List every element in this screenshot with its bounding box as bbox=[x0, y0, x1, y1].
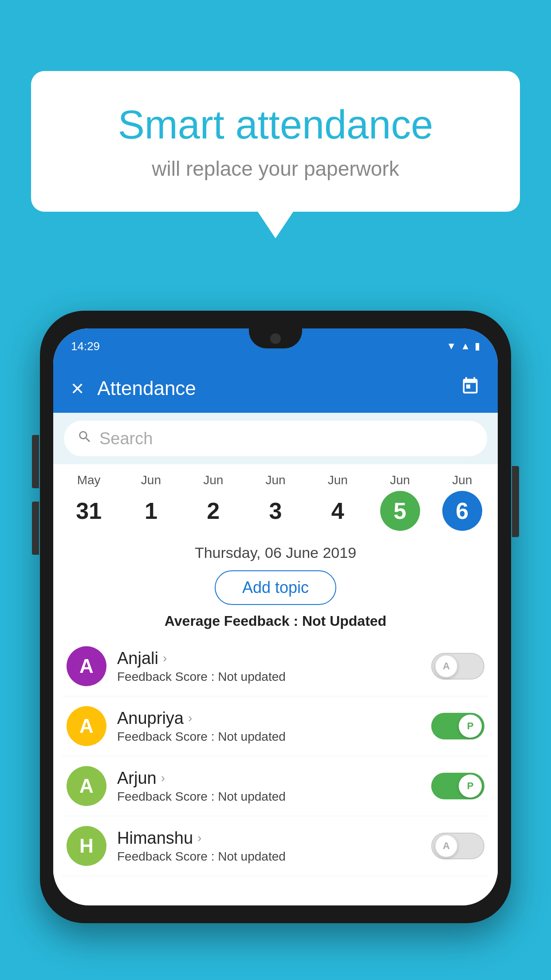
student-row-anupriya[interactable]: A Anupriya › Feedback Score : Not update… bbox=[62, 696, 489, 756]
cal-month-1: Jun bbox=[141, 473, 161, 487]
student-feedback-arjun: Feedback Score : Not updated bbox=[117, 790, 421, 804]
add-topic-section: Add topic bbox=[53, 567, 498, 613]
status-bar: 14:29 ▼ ▲ ▮ bbox=[53, 328, 498, 364]
cal-date-6: 6 bbox=[442, 491, 482, 531]
toggle-anjali[interactable]: A bbox=[431, 653, 484, 680]
cal-month-5: Jun bbox=[390, 473, 410, 487]
phone-screen: 14:29 ▼ ▲ ▮ × Attendance bbox=[53, 328, 498, 905]
status-time: 14:29 bbox=[71, 340, 100, 353]
search-section: Search bbox=[53, 413, 498, 464]
attendance-toggle-himanshu[interactable]: A bbox=[431, 833, 484, 859]
front-camera bbox=[270, 333, 281, 344]
search-placeholder: Search bbox=[99, 429, 153, 448]
chevron-icon-anjali: › bbox=[163, 651, 167, 665]
student-name-anupriya: Anupriya › bbox=[117, 709, 421, 728]
search-icon bbox=[77, 429, 92, 448]
avg-feedback-value: Not Updated bbox=[302, 613, 386, 629]
cal-date-4: 4 bbox=[318, 491, 358, 531]
chevron-icon-anupriya: › bbox=[188, 711, 192, 725]
toggle-anupriya[interactable]: P bbox=[431, 713, 484, 739]
cal-day-1[interactable]: Jun 1 bbox=[122, 473, 180, 531]
phone-wrapper: 14:29 ▼ ▲ ▮ × Attendance bbox=[40, 311, 511, 980]
student-name-arjun: Arjun › bbox=[117, 769, 421, 788]
search-bar[interactable]: Search bbox=[64, 421, 487, 456]
toggle-himanshu[interactable]: A bbox=[431, 833, 484, 859]
signal-icon: ▲ bbox=[460, 340, 470, 352]
cal-month-0: May bbox=[77, 473, 101, 487]
cal-date-2: 2 bbox=[193, 491, 233, 531]
chevron-icon-arjun: › bbox=[161, 771, 165, 785]
attendance-toggle-arjun[interactable]: P bbox=[431, 773, 484, 799]
add-topic-button[interactable]: Add topic bbox=[215, 570, 336, 605]
cal-month-2: Jun bbox=[203, 473, 223, 487]
cal-date-3: 3 bbox=[256, 491, 295, 531]
cal-day-6[interactable]: Jun 6 bbox=[433, 473, 491, 531]
battery-icon: ▮ bbox=[475, 340, 480, 352]
avatar-anjali: A bbox=[67, 646, 106, 686]
student-row-anjali[interactable]: A Anjali › Feedback Score : Not updated bbox=[62, 636, 489, 696]
student-name-anjali: Anjali › bbox=[117, 649, 421, 668]
speech-bubble-title: Smart attendance bbox=[67, 102, 484, 148]
cal-day-0[interactable]: May 31 bbox=[60, 473, 118, 531]
average-feedback: Average Feedback : Not Updated bbox=[53, 613, 498, 636]
cal-day-4[interactable]: Jun 4 bbox=[309, 473, 366, 531]
speech-bubble: Smart attendance will replace your paper… bbox=[31, 71, 520, 212]
toggle-thumb-anupriya: P bbox=[459, 715, 482, 738]
student-info-arjun: Arjun › Feedback Score : Not updated bbox=[117, 769, 421, 804]
cal-day-2[interactable]: Jun 2 bbox=[185, 473, 242, 531]
student-feedback-himanshu: Feedback Score : Not updated bbox=[117, 850, 421, 864]
notch bbox=[249, 328, 302, 348]
status-icons: ▼ ▲ ▮ bbox=[446, 340, 480, 352]
calendar-icon[interactable] bbox=[460, 376, 480, 400]
student-feedback-anupriya: Feedback Score : Not updated bbox=[117, 730, 421, 744]
student-row-arjun[interactable]: A Arjun › Feedback Score : Not updated bbox=[62, 756, 489, 816]
cal-month-4: Jun bbox=[328, 473, 348, 487]
wifi-icon: ▼ bbox=[446, 340, 456, 352]
app-title: Attendance bbox=[97, 377, 447, 399]
student-name-himanshu: Himanshu › bbox=[117, 829, 421, 848]
attendance-toggle-anupriya[interactable]: P bbox=[431, 713, 484, 739]
avatar-arjun: A bbox=[67, 766, 106, 806]
toggle-thumb-anjali: A bbox=[435, 655, 458, 678]
student-row-himanshu[interactable]: H Himanshu › Feedback Score : Not update… bbox=[62, 816, 489, 876]
student-info-himanshu: Himanshu › Feedback Score : Not updated bbox=[117, 829, 421, 864]
toggle-arjun[interactable]: P bbox=[431, 773, 484, 799]
speech-bubble-subtitle: will replace your paperwork bbox=[67, 157, 484, 181]
student-feedback-anjali: Feedback Score : Not updated bbox=[117, 670, 421, 684]
phone-button-power bbox=[512, 466, 519, 537]
app-header: × Attendance bbox=[53, 364, 498, 413]
calendar-dates-row: May 31 Jun 1 Jun 2 Jun 3 Jun 4 bbox=[53, 464, 498, 535]
cal-day-3[interactable]: Jun 3 bbox=[247, 473, 304, 531]
phone-button-volume-down bbox=[32, 502, 39, 555]
selected-date-heading: Thursday, 06 June 2019 bbox=[53, 535, 498, 567]
attendance-toggle-anjali[interactable]: A bbox=[431, 653, 484, 680]
chevron-icon-himanshu: › bbox=[197, 831, 201, 845]
student-info-anjali: Anjali › Feedback Score : Not updated bbox=[117, 649, 421, 684]
close-button[interactable]: × bbox=[71, 377, 84, 399]
speech-bubble-tail bbox=[258, 212, 293, 238]
cal-date-1: 1 bbox=[131, 491, 171, 531]
toggle-thumb-himanshu: A bbox=[435, 834, 458, 858]
cal-day-5[interactable]: Jun 5 bbox=[371, 473, 429, 531]
cal-month-6: Jun bbox=[452, 473, 472, 487]
cal-date-0: 31 bbox=[69, 491, 109, 531]
phone-outer: 14:29 ▼ ▲ ▮ × Attendance bbox=[40, 311, 511, 923]
cal-date-5: 5 bbox=[380, 491, 420, 531]
phone-button-volume-up bbox=[32, 435, 39, 488]
speech-bubble-section: Smart attendance will replace your paper… bbox=[31, 71, 520, 238]
avg-feedback-label: Average Feedback : bbox=[165, 613, 298, 629]
avatar-himanshu: H bbox=[67, 826, 106, 866]
avatar-anupriya: A bbox=[67, 706, 106, 746]
student-info-anupriya: Anupriya › Feedback Score : Not updated bbox=[117, 709, 421, 744]
toggle-thumb-arjun: P bbox=[459, 775, 482, 798]
student-list: A Anjali › Feedback Score : Not updated bbox=[53, 636, 498, 876]
cal-month-3: Jun bbox=[265, 473, 285, 487]
